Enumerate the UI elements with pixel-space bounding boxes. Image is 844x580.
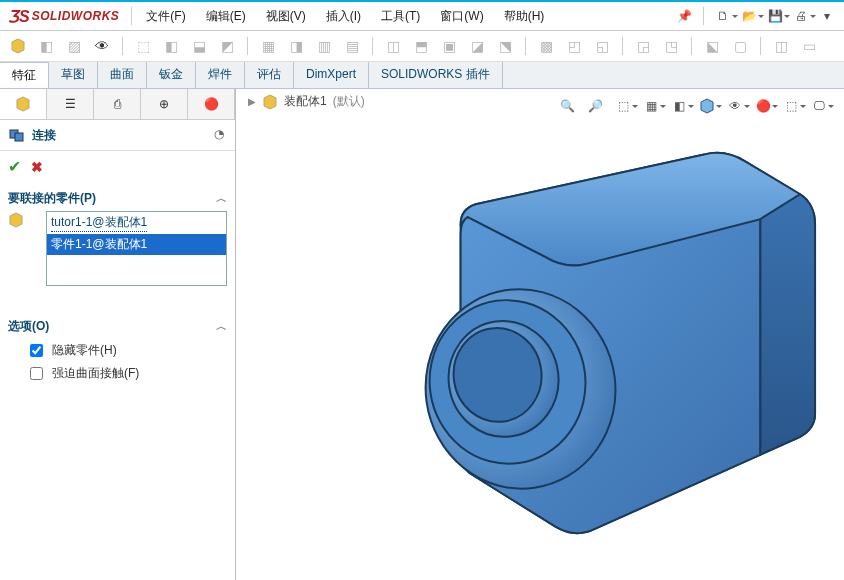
graphics-area[interactable]: ▶ 装配体1 (默认) 🔍 🔎 ⬚ ▦ ◧ 👁 🔴 ⬚ 🖵 (236, 89, 844, 580)
zoom-fit-icon[interactable]: 🔍 (556, 95, 578, 117)
tool-btn-13[interactable]: ◫ (381, 34, 405, 58)
command-tabs: 特征草图曲面钣金焊件评估DimXpertSOLIDWORKS 插件 (0, 62, 844, 89)
options-section-title: 选项(O) (8, 318, 49, 335)
more-icon[interactable]: ▾ (816, 5, 838, 27)
command-tab-1[interactable]: 草图 (49, 62, 98, 88)
command-tab-5[interactable]: 评估 (245, 62, 294, 88)
entities-to-join-list[interactable]: tutor1-1@装配体1零件1-1@装配体1 (46, 211, 227, 286)
command-tab-6[interactable]: DimXpert (294, 62, 369, 88)
menu-4[interactable]: 工具(T) (371, 2, 430, 30)
command-tab-4[interactable]: 焊件 (196, 62, 245, 88)
screen-icon[interactable]: 🖵 (808, 95, 830, 117)
tool-btn-16[interactable]: ◪ (465, 34, 489, 58)
appearance-icon[interactable]: 🔴 (752, 95, 774, 117)
section-icon[interactable]: ◧ (668, 95, 690, 117)
tool-btn-8[interactable]: ◩ (215, 34, 239, 58)
3d-model (236, 89, 844, 580)
open-file-icon[interactable]: 📂 (738, 5, 760, 27)
save-icon[interactable]: 💾 (764, 5, 786, 27)
menu-2[interactable]: 视图(V) (256, 2, 316, 30)
pin-icon[interactable]: 📌 (673, 5, 695, 27)
menu-bar: ƷS SOLIDWORKS 文件(F)编辑(E)视图(V)插入(I)工具(T)窗… (0, 2, 844, 31)
menu-3[interactable]: 插入(I) (316, 2, 371, 30)
print-icon[interactable]: 🖨 (790, 5, 812, 27)
tool-btn-9[interactable]: ▦ (256, 34, 280, 58)
command-tab-0[interactable]: 特征 (0, 62, 49, 88)
option-checkbox-0[interactable] (30, 344, 43, 357)
command-tab-3[interactable]: 钣金 (147, 62, 196, 88)
option-row-1[interactable]: 强迫曲面接触(F) (8, 362, 227, 385)
tool-btn-21[interactable]: ◲ (631, 34, 655, 58)
collapse-icon: ︿ (216, 319, 227, 334)
parts-section-title: 要联接的零件(P) (8, 190, 96, 207)
option-row-0[interactable]: 隐藏零件(H) (8, 339, 227, 362)
tool-btn-15[interactable]: ▣ (437, 34, 461, 58)
doc-name: 装配体1 (284, 93, 327, 110)
display-style-icon[interactable]: ▦ (640, 95, 662, 117)
app-logo: ƷS SOLIDWORKS (0, 7, 127, 26)
command-tab-2[interactable]: 曲面 (98, 62, 147, 88)
doc-state: (默认) (333, 93, 365, 110)
options-section-header[interactable]: 选项(O) ︿ (8, 314, 227, 339)
tool-btn-11[interactable]: ▥ (312, 34, 336, 58)
cancel-button[interactable]: ✖ (31, 159, 43, 175)
menu-5[interactable]: 窗口(W) (430, 2, 493, 30)
tool-btn-19[interactable]: ◰ (562, 34, 586, 58)
ok-button[interactable]: ✔ (8, 157, 21, 176)
command-tab-7[interactable]: SOLIDWORKS 插件 (369, 62, 503, 88)
part-row-1[interactable]: 零件1-1@装配体1 (47, 234, 226, 255)
tool-btn-18[interactable]: ▩ (534, 34, 558, 58)
svg-rect-1 (15, 133, 23, 141)
command-toolbar: ◧ ▨ 👁 ⬚ ◧ ⬓ ◩ ▦ ◨ ▥ ▤ ◫ ⬒ ▣ ◪ ⬔ ▩ ◰ ◱ ◲ … (0, 31, 844, 62)
tool-btn-10[interactable]: ◨ (284, 34, 308, 58)
option-label-0: 隐藏零件(H) (52, 342, 117, 359)
feature-title: 连接 (32, 127, 56, 144)
tool-btn-26[interactable]: ▭ (797, 34, 821, 58)
tool-eye-icon[interactable]: 👁 (90, 34, 114, 58)
tool-btn-17[interactable]: ⬔ (493, 34, 517, 58)
fm-tab-dim[interactable]: ⊕ (141, 89, 188, 119)
hide-show-icon[interactable]: 👁 (724, 95, 746, 117)
cube-view-icon[interactable] (696, 95, 718, 117)
tool-btn-2[interactable]: ◧ (34, 34, 58, 58)
tool-btn-12[interactable]: ▤ (340, 34, 364, 58)
fm-tab-appearance[interactable]: 🔴 (188, 89, 235, 119)
assembly-icon (262, 94, 278, 110)
tool-btn-3[interactable]: ▨ (62, 34, 86, 58)
tool-btn-23[interactable]: ⬕ (700, 34, 724, 58)
tool-btn-25[interactable]: ◫ (769, 34, 793, 58)
feature-manager-panel: ☰ ⎙ ⊕ 🔴 连接 ◔ ✔ ✖ 要联接的零件(P) ︿ tutor1-1@装配… (0, 89, 236, 580)
chevron-right-icon: ▶ (248, 96, 256, 107)
part-row-0[interactable]: tutor1-1@装配体1 (47, 212, 226, 234)
view-orientation-icon[interactable]: ⬚ (612, 95, 634, 117)
menu-0[interactable]: 文件(F) (136, 2, 195, 30)
tool-btn-24[interactable]: ▢ (728, 34, 752, 58)
breadcrumb[interactable]: ▶ 装配体1 (默认) (240, 91, 373, 112)
part-icon (8, 212, 24, 228)
fm-tab-config[interactable]: ⎙ (94, 89, 141, 119)
tool-cube-icon[interactable] (6, 34, 30, 58)
zoom-area-icon[interactable]: 🔎 (584, 95, 606, 117)
ds-icon: ƷS (8, 7, 30, 26)
new-file-icon[interactable]: 🗋 (712, 5, 734, 27)
tool-btn-20[interactable]: ◱ (590, 34, 614, 58)
help-icon[interactable]: ◔ (211, 127, 227, 143)
option-checkbox-1[interactable] (30, 367, 43, 380)
fm-tab-feature[interactable] (0, 89, 47, 119)
option-label-1: 强迫曲面接触(F) (52, 365, 139, 382)
tool-btn-14[interactable]: ⬒ (409, 34, 433, 58)
logo-text: SOLIDWORKS (32, 9, 120, 23)
tool-btn-22[interactable]: ◳ (659, 34, 683, 58)
scene-icon[interactable]: ⬚ (780, 95, 802, 117)
menu-1[interactable]: 编辑(E) (196, 2, 256, 30)
tool-btn-7[interactable]: ⬓ (187, 34, 211, 58)
join-icon (8, 126, 26, 144)
tool-btn-5[interactable]: ⬚ (131, 34, 155, 58)
fm-tab-property[interactable]: ☰ (47, 89, 94, 119)
menu-6[interactable]: 帮助(H) (494, 2, 555, 30)
parts-section-header[interactable]: 要联接的零件(P) ︿ (8, 186, 227, 211)
collapse-icon: ︿ (216, 191, 227, 206)
tool-btn-6[interactable]: ◧ (159, 34, 183, 58)
